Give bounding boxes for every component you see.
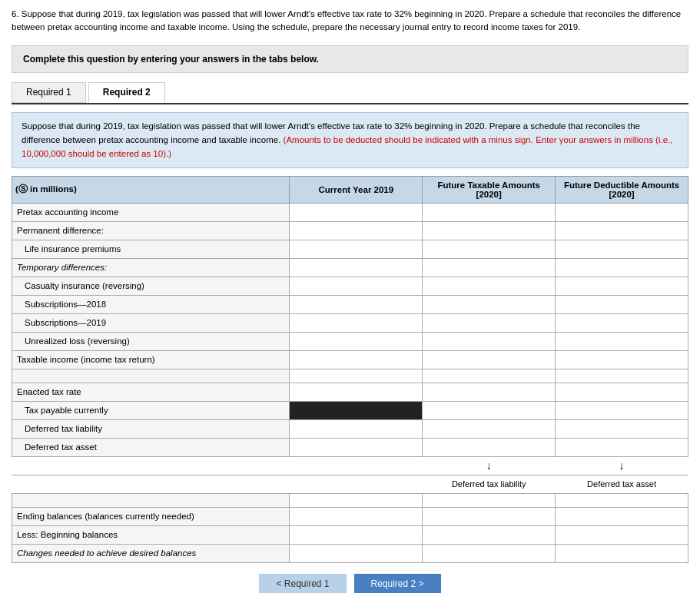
input-cell[interactable] — [423, 507, 556, 525]
input-cell[interactable] — [423, 240, 556, 258]
input-cell[interactable] — [290, 258, 423, 277]
input-cell[interactable] — [556, 332, 688, 350]
input-cell[interactable] — [290, 277, 423, 295]
input-field[interactable] — [426, 386, 552, 397]
input-cell[interactable] — [423, 313, 556, 332]
input-cell[interactable] — [423, 277, 556, 295]
arrow-row: ↓ ↓ — [12, 456, 688, 475]
input-field[interactable] — [559, 225, 685, 236]
input-field[interactable] — [293, 243, 419, 254]
input-cell[interactable] — [423, 525, 556, 544]
input-cell[interactable] — [290, 419, 423, 438]
input-cell[interactable] — [290, 544, 423, 562]
input-cell[interactable] — [290, 507, 423, 525]
input-field[interactable] — [426, 405, 552, 416]
input-field[interactable] — [426, 511, 552, 522]
input-field[interactable] — [293, 529, 419, 540]
row-label: Pretax accounting income — [12, 203, 290, 221]
input-cell[interactable] — [556, 258, 688, 277]
input-cell[interactable] — [556, 525, 688, 544]
input-field[interactable] — [559, 386, 685, 397]
input-cell[interactable] — [556, 240, 688, 258]
input-field[interactable] — [293, 423, 419, 434]
input-cell[interactable] — [290, 350, 423, 369]
input-field[interactable] — [559, 243, 685, 254]
input-field[interactable] — [293, 225, 419, 236]
input-field[interactable] — [293, 548, 419, 558]
input-pretax-deductible[interactable] — [556, 203, 688, 221]
input-cell[interactable] — [290, 438, 423, 456]
input-field[interactable] — [426, 262, 552, 273]
input-cell[interactable] — [556, 313, 688, 332]
input-cell[interactable] — [290, 383, 423, 401]
input-cell[interactable] — [556, 401, 688, 419]
input-cell[interactable] — [423, 419, 556, 438]
input-field[interactable] — [293, 386, 419, 397]
tab-required2[interactable]: Required 2 — [88, 82, 165, 103]
input-cell[interactable] — [423, 438, 556, 456]
input-field[interactable] — [426, 423, 552, 434]
input-cell[interactable] — [556, 295, 688, 313]
input-field[interactable] — [426, 299, 552, 310]
input-field[interactable] — [293, 280, 419, 291]
input-cell[interactable] — [423, 350, 556, 369]
input-field[interactable] — [559, 548, 685, 558]
input-field[interactable] — [426, 336, 552, 346]
input-field[interactable] — [293, 299, 419, 310]
input-cell[interactable] — [556, 419, 688, 438]
input-field[interactable] — [293, 354, 419, 365]
input-field[interactable] — [293, 262, 419, 273]
input-field[interactable] — [293, 317, 419, 328]
input-cell[interactable] — [290, 525, 423, 544]
input-field[interactable] — [559, 336, 685, 346]
input-field[interactable] — [559, 442, 685, 452]
input-field[interactable] — [559, 299, 685, 310]
prev-button[interactable]: < Required 1 — [259, 574, 346, 593]
input-field[interactable] — [293, 442, 419, 452]
tab-required1[interactable]: Required 1 — [12, 82, 86, 103]
input-cell[interactable] — [556, 507, 688, 525]
next-button[interactable]: Required 2 > — [354, 574, 441, 593]
input-cell[interactable] — [290, 295, 423, 313]
input-cell[interactable] — [423, 401, 556, 419]
input-field[interactable] — [426, 280, 552, 291]
input-cell[interactable] — [290, 221, 423, 240]
input-field[interactable] — [559, 423, 685, 434]
input-cell[interactable] — [556, 221, 688, 240]
input-field[interactable] — [559, 280, 685, 291]
input-field[interactable] — [559, 511, 685, 522]
deferred-label-row: Deferred tax liability Deferred tax asse… — [12, 475, 688, 493]
input-field[interactable] — [559, 529, 685, 540]
input-field[interactable] — [426, 225, 552, 236]
input-field[interactable] — [559, 207, 685, 217]
input-field[interactable] — [426, 529, 552, 540]
input-cell[interactable] — [556, 438, 688, 456]
input-cell[interactable] — [423, 221, 556, 240]
input-pretax-current[interactable] — [290, 203, 423, 221]
input-cell[interactable] — [423, 544, 556, 562]
input-pretax-taxable[interactable] — [423, 203, 556, 221]
input-cell[interactable] — [556, 277, 688, 295]
input-cell[interactable] — [290, 313, 423, 332]
input-field[interactable] — [559, 317, 685, 328]
table-row: Unrealized loss (reversing) — [12, 332, 688, 350]
input-cell[interactable] — [423, 332, 556, 350]
input-field[interactable] — [293, 336, 419, 346]
input-field[interactable] — [426, 317, 552, 328]
input-field[interactable] — [559, 262, 685, 273]
input-cell[interactable] — [423, 258, 556, 277]
input-field[interactable] — [559, 405, 685, 416]
input-field[interactable] — [426, 243, 552, 254]
input-cell[interactable] — [290, 240, 423, 258]
input-cell[interactable] — [556, 350, 688, 369]
input-field[interactable] — [426, 207, 552, 217]
input-cell[interactable] — [290, 332, 423, 350]
input-field[interactable] — [426, 548, 552, 558]
input-cell[interactable] — [556, 544, 688, 562]
input-cell[interactable] — [556, 383, 688, 401]
input-cell[interactable] — [423, 383, 556, 401]
input-field[interactable] — [293, 207, 419, 217]
input-cell[interactable] — [423, 295, 556, 313]
input-field[interactable] — [426, 442, 552, 452]
input-field[interactable] — [293, 511, 419, 522]
